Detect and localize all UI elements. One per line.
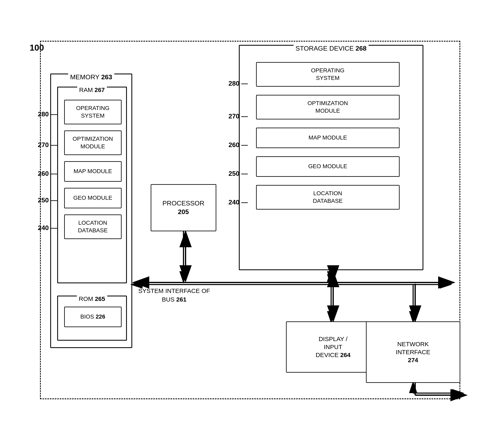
ram-location-box: LOCATIONDATABASE (64, 214, 121, 239)
ref-280-storage: 280 — (229, 80, 248, 87)
storage-os-box: OPERATINGSYSTEM (256, 62, 400, 87)
outer-label: 100 (30, 43, 44, 53)
ram-map-box: MAP MODULE (64, 161, 121, 182)
ref-260-storage: 260 — (229, 141, 248, 149)
rom-box: ROM 265 BIOS 226 (57, 296, 127, 341)
display-label: DISPLAY /INPUTDEVICE 264 (315, 335, 350, 359)
processor-box: PROCESSOR205 (151, 184, 216, 231)
storage-optimization-label: OPTIMIZATIONMODULE (308, 99, 348, 114)
ref-250-memory: 250 — (38, 196, 57, 204)
storage-box: STORAGE DEVICE 268 OPERATINGSYSTEM OPTIM… (239, 45, 423, 270)
storage-map-label: MAP MODULE (309, 134, 347, 141)
ram-os-box: OPERATINGSYSTEM (64, 100, 121, 124)
ref-250-storage: 250 — (229, 170, 248, 177)
ram-box: RAM 267 OPERATINGSYSTEM OPTIMIZATIONMODU… (57, 87, 127, 283)
ram-geo-box: GEO MODULE (64, 188, 121, 208)
storage-optimization-box: OPTIMIZATIONMODULE (256, 95, 400, 119)
rom-title: ROM 265 (77, 295, 107, 302)
ref-280-memory: 280 — (38, 111, 57, 118)
ram-map-label: MAP MODULE (74, 168, 112, 175)
diagram: 100 (24, 24, 475, 424)
network-label: NETWORKINTERFACE274 (396, 340, 430, 364)
ram-location-label: LOCATIONDATABASE (78, 219, 108, 234)
storage-geo-label: GEO MODULE (308, 163, 347, 170)
ram-optimization-box: OPTIMIZATIONMODULE (64, 130, 121, 155)
ref-270-memory: 270 — (38, 141, 57, 149)
bus-label: SYSTEM INTERFACE OFBUS 261 (138, 287, 210, 304)
processor-label: PROCESSOR205 (162, 199, 204, 216)
ref-240-storage: 240 — (229, 198, 248, 206)
storage-title: STORAGE DEVICE 268 (293, 45, 368, 52)
ref-240-memory: 240 — (38, 224, 57, 232)
storage-map-box: MAP MODULE (256, 128, 400, 148)
ref-270-storage: 270 — (229, 112, 248, 120)
storage-location-box: LOCATIONDATABASE (256, 185, 400, 209)
ref-260-memory: 260 — (38, 170, 57, 177)
memory-box: MEMORY 263 RAM 267 OPERATINGSYSTEM OPTIM… (50, 74, 132, 348)
storage-os-label: OPERATINGSYSTEM (311, 67, 344, 82)
network-box: NETWORKINTERFACE274 (366, 321, 460, 383)
ram-os-label: OPERATINGSYSTEM (76, 104, 109, 119)
ram-geo-label: GEO MODULE (73, 194, 112, 202)
ram-optimization-label: OPTIMIZATIONMODULE (73, 135, 113, 150)
bios-label: BIOS 226 (80, 313, 105, 320)
storage-geo-box: GEO MODULE (256, 156, 400, 177)
memory-title: MEMORY 263 (68, 73, 114, 81)
bios-box: BIOS 226 (64, 307, 121, 327)
ram-title: RAM 267 (77, 86, 107, 93)
storage-location-label: LOCATIONDATABASE (313, 190, 343, 205)
